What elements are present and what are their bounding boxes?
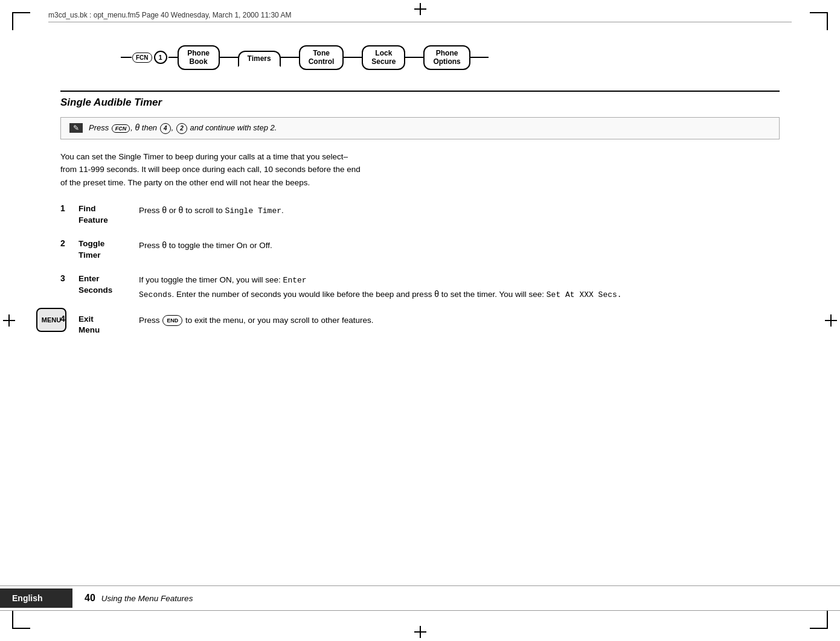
tab-phone-options[interactable]: PhoneOptions: [423, 45, 470, 70]
tab-timers[interactable]: Timers: [238, 51, 281, 66]
nav-line-6: [405, 57, 423, 58]
page-header: m3cd_us.bk : opt_menu.fm5 Page 40 Wednes…: [48, 11, 792, 22]
language-label: English: [0, 588, 72, 608]
nav-line-left: [121, 57, 132, 58]
nav-line-5: [344, 57, 362, 58]
step-2-row: 2 ToggleTimer Press θ to toggle the time…: [60, 236, 780, 271]
tab-phone-options-label: PhoneOptions: [433, 49, 460, 66]
step-2-label: ToggleTimer: [79, 236, 139, 271]
header-text: m3cd_us.bk : opt_menu.fm5 Page 40 Wednes…: [48, 11, 291, 19]
step-4-label: ExitMenu: [79, 311, 139, 346]
end-button-step4: END: [162, 315, 182, 326]
corner-mark-tr: [810, 12, 828, 30]
tab-phone-book-label: PhoneBook: [187, 49, 210, 66]
fcn-button-nav[interactable]: FCN: [132, 53, 152, 63]
step-1-row: 1 FindFeature Press θ or θ to scroll to …: [60, 201, 780, 236]
page-number: 40: [85, 593, 95, 604]
nav-line-4: [281, 57, 299, 58]
crosshair-right: [825, 314, 837, 327]
step-1-num: 1: [60, 201, 79, 236]
tab-lock-secure[interactable]: LockSecure: [362, 45, 405, 70]
corner-mark-tl: [12, 12, 30, 30]
step-2-desc: Press θ to toggle the timer On or Off.: [139, 236, 780, 271]
main-content: Single Audible Timer Press FCN, θ then 4…: [60, 91, 780, 346]
pencil-icon: [69, 123, 83, 133]
step-3-desc: If you toggle the timer ON, you will see…: [139, 271, 780, 311]
fcn-button-instruction: FCN: [112, 124, 130, 133]
btn-2: 2: [176, 123, 187, 134]
section-title: Single Audible Timer: [60, 91, 780, 109]
step-4-num: 4: [60, 311, 79, 346]
corner-mark-bl: [12, 611, 30, 629]
tab-tone-control[interactable]: ToneControl: [299, 45, 344, 70]
instruction-text: Press FCN, θ then 4, 2 and continue with…: [89, 123, 277, 134]
menu-tab-label: MENU: [42, 316, 61, 324]
nav-line-3: [220, 57, 238, 58]
step-3-num: 3: [60, 271, 79, 311]
tab-phone-book[interactable]: PhoneBook: [178, 45, 220, 70]
steps-table: 1 FindFeature Press θ or θ to scroll to …: [60, 201, 780, 346]
btn-4: 4: [160, 123, 171, 134]
navigation-bar: FCN 1 PhoneBook Timers ToneControl LockS…: [121, 45, 749, 70]
step-4-row: 4 ExitMenu Press END to exit the menu, o…: [60, 311, 780, 346]
step-1-desc: Press θ or θ to scroll to Single Timer.: [139, 201, 780, 236]
step-3-label: EnterSeconds: [79, 271, 139, 311]
tab-tone-control-label: ToneControl: [309, 49, 335, 66]
description-text: You can set the Single Timer to beep dur…: [60, 150, 362, 190]
corner-mark-br: [810, 611, 828, 629]
instruction-box: Press FCN, θ then 4, 2 and continue with…: [60, 117, 780, 139]
bottom-page-info: 40 Using the Menu Features: [85, 593, 193, 604]
nav-button-1[interactable]: 1: [154, 51, 167, 64]
nav-line-right: [470, 57, 489, 58]
step-4-desc: Press END to exit the menu, or you may s…: [139, 311, 780, 346]
crosshair-bottom: [414, 626, 426, 638]
step-1-label: FindFeature: [79, 201, 139, 236]
step-3-row: 3 EnterSeconds If you toggle the timer O…: [60, 271, 780, 311]
section-footer-text: Using the Menu Features: [101, 594, 193, 603]
crosshair-left: [3, 314, 15, 327]
tab-lock-secure-label: LockSecure: [371, 49, 396, 66]
step-2-num: 2: [60, 236, 79, 271]
bottom-bar: English 40 Using the Menu Features: [0, 585, 840, 611]
nav-line-2: [168, 57, 178, 58]
tab-timers-label: Timers: [248, 54, 271, 63]
